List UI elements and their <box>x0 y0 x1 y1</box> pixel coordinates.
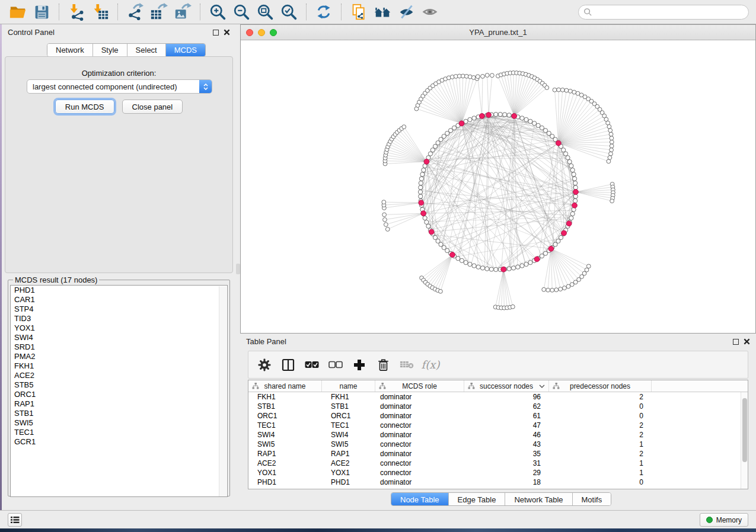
cell-mcds-role[interactable]: dominator <box>375 449 464 459</box>
cell-shared-name[interactable]: ACE2 <box>248 459 322 468</box>
mcds-result-item[interactable]: GCR1 <box>11 437 227 447</box>
cell-predecessor-nodes[interactable]: 2 <box>549 392 652 402</box>
tab-mcds[interactable]: MCDS <box>166 44 205 56</box>
cell-successor-nodes[interactable]: 31 <box>464 459 549 468</box>
mcds-result-item[interactable]: SWI5 <box>11 418 227 428</box>
zoom-selected-button[interactable] <box>279 1 299 23</box>
save-session-button[interactable] <box>31 1 52 23</box>
import-network-button[interactable] <box>66 1 87 23</box>
tab-style[interactable]: Style <box>93 44 127 56</box>
table-row[interactable]: ORC1ORC1dominator610 <box>248 411 741 421</box>
cell-successor-nodes[interactable]: 96 <box>464 392 549 402</box>
cell-name[interactable]: TEC1 <box>322 421 375 430</box>
cell-mcds-role[interactable]: dominator <box>375 392 464 402</box>
cell-successor-nodes[interactable]: 61 <box>464 411 549 421</box>
cell-mcds-role[interactable]: dominator <box>375 402 464 411</box>
cell-name[interactable]: ACE2 <box>322 459 375 468</box>
table-scrollbar-thumb[interactable] <box>742 398 747 462</box>
cell-mcds-role[interactable]: connector <box>375 440 464 449</box>
cell-predecessor-nodes[interactable]: 1 <box>549 440 652 449</box>
panel-splitter-handle[interactable] <box>236 264 240 274</box>
tab-network-table[interactable]: Network Table <box>505 493 572 506</box>
cell-name[interactable]: SWI4 <box>322 430 375 440</box>
search-input[interactable] <box>592 7 748 18</box>
select-all-columns-button[interactable] <box>303 356 321 374</box>
export-network-button[interactable] <box>125 1 145 23</box>
mcds-result-item[interactable]: SWI4 <box>11 333 227 342</box>
cell-mcds-role[interactable]: dominator <box>375 411 464 421</box>
memory-button[interactable]: Memory <box>700 513 748 527</box>
cell-successor-nodes[interactable]: 35 <box>464 449 549 459</box>
import-table-button[interactable] <box>90 1 110 23</box>
zoom-fit-button[interactable] <box>255 1 275 23</box>
mcds-result-item[interactable]: PMA2 <box>11 352 227 361</box>
float-table-panel-button[interactable] <box>733 339 739 345</box>
network-canvas[interactable] <box>241 40 755 333</box>
add-row-button[interactable] <box>350 356 368 374</box>
delete-entry-button[interactable] <box>374 356 392 374</box>
zoom-in-button[interactable] <box>208 1 228 23</box>
cell-successor-nodes[interactable]: 62 <box>464 402 549 411</box>
mcds-result-item[interactable]: FKH1 <box>11 361 227 371</box>
column-header-predecessor-nodes[interactable]: predecessor nodes <box>549 380 652 392</box>
cell-name[interactable]: RAP1 <box>322 449 375 459</box>
table-row[interactable]: FKH1FKH1dominator962 <box>248 392 741 402</box>
cell-name[interactable]: YOX1 <box>322 468 375 477</box>
tab-node-table[interactable]: Node Table <box>391 493 449 506</box>
hide-graphics-details-button[interactable] <box>396 1 416 23</box>
cell-predecessor-nodes[interactable]: 0 <box>549 411 652 421</box>
float-panel-button[interactable] <box>213 30 219 36</box>
zoom-out-button[interactable] <box>231 1 251 23</box>
cell-mcds-role[interactable]: connector <box>375 421 464 430</box>
mcds-result-item[interactable]: PHD1 <box>11 286 227 295</box>
mcds-result-item[interactable]: TID3 <box>11 314 227 323</box>
cell-shared-name[interactable]: YOX1 <box>248 468 322 477</box>
mcds-result-item[interactable]: CAR1 <box>11 295 227 305</box>
cell-mcds-role[interactable]: connector <box>375 459 464 468</box>
table-row[interactable]: SWI5SWI5connector431 <box>248 440 741 449</box>
cell-name[interactable]: SWI5 <box>322 440 375 449</box>
column-header-successor-nodes[interactable]: successor nodes <box>464 380 549 392</box>
table-row[interactable]: ACE2ACE2connector311 <box>248 459 741 468</box>
cell-successor-nodes[interactable]: 47 <box>464 421 549 430</box>
home-first-neighbors-button[interactable] <box>372 1 393 23</box>
cell-name[interactable]: FKH1 <box>322 392 375 402</box>
table-row[interactable]: PHD1PHD1dominator180 <box>248 477 741 487</box>
table-row[interactable]: RAP1RAP1dominator352 <box>248 449 741 459</box>
mcds-list-scrollbar[interactable] <box>219 286 227 497</box>
show-graphics-details-button[interactable] <box>420 1 440 23</box>
cell-predecessor-nodes[interactable]: 0 <box>549 402 652 411</box>
table-row[interactable]: SWI4SWI4dominator462 <box>248 430 741 440</box>
close-panel-icon[interactable] <box>224 29 230 36</box>
export-image-button[interactable] <box>173 1 193 23</box>
close-table-panel-icon[interactable] <box>744 338 750 345</box>
refresh-button[interactable] <box>314 1 334 23</box>
cell-predecessor-nodes[interactable]: 1 <box>549 459 652 468</box>
mcds-result-item[interactable]: SRD1 <box>11 342 227 352</box>
mcds-result-item[interactable]: STB1 <box>11 409 227 418</box>
cell-shared-name[interactable]: ORC1 <box>248 411 322 421</box>
tab-motifs[interactable]: Motifs <box>573 493 611 506</box>
cell-predecessor-nodes[interactable]: 1 <box>549 468 652 477</box>
deselect-all-columns-button[interactable] <box>327 356 344 374</box>
cell-shared-name[interactable]: RAP1 <box>248 449 322 459</box>
mcds-result-list[interactable]: PHD1CAR1STP4TID3YOX1SWI4SRD1PMA2FKH1ACE2… <box>10 285 228 497</box>
run-mcds-button[interactable]: Run MCDS <box>55 100 114 114</box>
export-table-button[interactable] <box>149 1 169 23</box>
show-column-button[interactable] <box>279 356 297 374</box>
mcds-result-item[interactable]: STP4 <box>11 305 227 314</box>
tab-select[interactable]: Select <box>127 44 166 56</box>
cell-predecessor-nodes[interactable]: 2 <box>549 430 652 440</box>
cell-successor-nodes[interactable]: 46 <box>464 430 549 440</box>
mcds-result-item[interactable]: STB5 <box>11 380 227 390</box>
mcds-result-item[interactable]: ACE2 <box>11 371 227 380</box>
cell-predecessor-nodes[interactable]: 2 <box>549 421 652 430</box>
open-file-button[interactable] <box>8 1 28 23</box>
cell-name[interactable]: PHD1 <box>322 477 375 487</box>
table-scrollbar[interactable] <box>741 392 748 489</box>
cell-shared-name[interactable]: SWI5 <box>248 440 322 449</box>
cell-predecessor-nodes[interactable]: 0 <box>549 477 652 487</box>
cell-successor-nodes[interactable]: 43 <box>464 440 549 449</box>
cell-shared-name[interactable]: PHD1 <box>248 477 322 487</box>
cell-shared-name[interactable]: TEC1 <box>248 421 322 430</box>
